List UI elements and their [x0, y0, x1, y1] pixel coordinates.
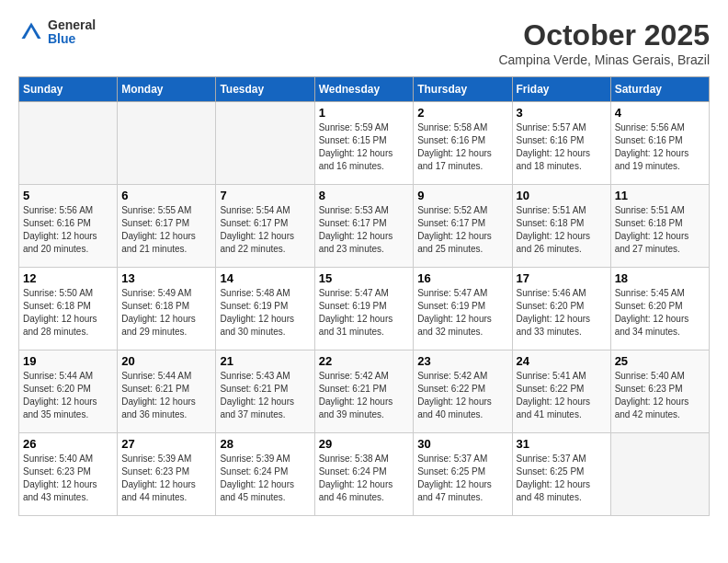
day-number: 23 [417, 354, 507, 368]
calendar-cell: 4Sunrise: 5:56 AM Sunset: 6:16 PM Daylig… [610, 102, 709, 185]
day-number: 7 [220, 189, 310, 202]
calendar-cell: 28Sunrise: 5:39 AM Sunset: 6:24 PM Dayli… [216, 433, 314, 516]
day-number: 27 [121, 437, 211, 451]
day-info: Sunrise: 5:41 AM Sunset: 6:22 PM Dayligh… [517, 370, 607, 421]
day-number: 11 [615, 189, 705, 202]
weekday-header-tuesday: Tuesday [216, 77, 314, 102]
calendar: SundayMondayTuesdayWednesdayThursdayFrid… [18, 76, 710, 516]
day-info: Sunrise: 5:56 AM Sunset: 6:16 PM Dayligh… [23, 204, 113, 256]
week-row-2: 5Sunrise: 5:56 AM Sunset: 6:16 PM Daylig… [19, 185, 710, 268]
day-info: Sunrise: 5:42 AM Sunset: 6:21 PM Dayligh… [319, 370, 410, 421]
day-number: 4 [615, 106, 705, 120]
day-info: Sunrise: 5:44 AM Sunset: 6:20 PM Dayligh… [23, 370, 113, 421]
day-info: Sunrise: 5:45 AM Sunset: 6:20 PM Dayligh… [615, 287, 705, 339]
calendar-cell: 23Sunrise: 5:42 AM Sunset: 6:22 PM Dayli… [414, 350, 512, 433]
day-number: 24 [517, 354, 607, 368]
day-number: 16 [417, 271, 507, 285]
day-info: Sunrise: 5:54 AM Sunset: 6:17 PM Dayligh… [220, 204, 310, 256]
calendar-cell: 6Sunrise: 5:55 AM Sunset: 6:17 PM Daylig… [118, 185, 216, 268]
calendar-cell: 1Sunrise: 5:59 AM Sunset: 6:15 PM Daylig… [314, 102, 414, 185]
weekday-header-sunday: Sunday [19, 77, 118, 102]
day-info: Sunrise: 5:37 AM Sunset: 6:25 PM Dayligh… [517, 453, 607, 504]
week-row-5: 26Sunrise: 5:40 AM Sunset: 6:23 PM Dayli… [19, 433, 710, 516]
day-info: Sunrise: 5:40 AM Sunset: 6:23 PM Dayligh… [615, 370, 705, 421]
weekday-header-friday: Friday [512, 77, 610, 102]
calendar-cell: 12Sunrise: 5:50 AM Sunset: 6:18 PM Dayli… [19, 268, 118, 350]
day-info: Sunrise: 5:51 AM Sunset: 6:18 PM Dayligh… [517, 204, 607, 256]
day-number: 30 [417, 437, 507, 451]
weekday-header-saturday: Saturday [610, 77, 709, 102]
calendar-cell [216, 102, 314, 185]
day-number: 8 [319, 189, 410, 202]
calendar-cell [610, 433, 709, 516]
calendar-cell: 18Sunrise: 5:45 AM Sunset: 6:20 PM Dayli… [610, 268, 709, 350]
day-info: Sunrise: 5:49 AM Sunset: 6:18 PM Dayligh… [121, 287, 211, 339]
calendar-cell: 7Sunrise: 5:54 AM Sunset: 6:17 PM Daylig… [216, 185, 314, 268]
calendar-cell: 3Sunrise: 5:57 AM Sunset: 6:16 PM Daylig… [512, 102, 610, 185]
calendar-cell: 24Sunrise: 5:41 AM Sunset: 6:22 PM Dayli… [512, 350, 610, 433]
calendar-cell [19, 102, 118, 185]
day-info: Sunrise: 5:48 AM Sunset: 6:19 PM Dayligh… [220, 287, 310, 339]
calendar-cell [118, 102, 216, 185]
day-info: Sunrise: 5:52 AM Sunset: 6:17 PM Dayligh… [417, 204, 507, 256]
day-number: 10 [517, 189, 607, 202]
day-number: 12 [23, 271, 113, 285]
calendar-cell: 14Sunrise: 5:48 AM Sunset: 6:19 PM Dayli… [216, 268, 314, 350]
weekday-header-thursday: Thursday [414, 77, 512, 102]
calendar-cell: 25Sunrise: 5:40 AM Sunset: 6:23 PM Dayli… [610, 350, 709, 433]
logo-icon [18, 19, 44, 45]
calendar-cell: 10Sunrise: 5:51 AM Sunset: 6:18 PM Dayli… [512, 185, 610, 268]
calendar-cell: 31Sunrise: 5:37 AM Sunset: 6:25 PM Dayli… [512, 433, 610, 516]
day-number: 13 [121, 271, 211, 285]
day-info: Sunrise: 5:38 AM Sunset: 6:24 PM Dayligh… [319, 453, 410, 504]
day-number: 20 [121, 354, 211, 368]
day-number: 25 [615, 354, 705, 368]
day-info: Sunrise: 5:40 AM Sunset: 6:23 PM Dayligh… [23, 453, 113, 504]
calendar-cell: 30Sunrise: 5:37 AM Sunset: 6:25 PM Dayli… [414, 433, 512, 516]
calendar-cell: 17Sunrise: 5:46 AM Sunset: 6:20 PM Dayli… [512, 268, 610, 350]
day-number: 5 [23, 189, 113, 202]
calendar-cell: 16Sunrise: 5:47 AM Sunset: 6:19 PM Dayli… [414, 268, 512, 350]
day-number: 1 [319, 106, 410, 120]
day-number: 19 [23, 354, 113, 368]
location: Campina Verde, Minas Gerais, Brazil [498, 52, 710, 67]
week-row-3: 12Sunrise: 5:50 AM Sunset: 6:18 PM Dayli… [19, 268, 710, 350]
day-info: Sunrise: 5:42 AM Sunset: 6:22 PM Dayligh… [417, 370, 507, 421]
week-row-1: 1Sunrise: 5:59 AM Sunset: 6:15 PM Daylig… [19, 102, 710, 185]
day-info: Sunrise: 5:57 AM Sunset: 6:16 PM Dayligh… [517, 121, 607, 173]
calendar-cell: 22Sunrise: 5:42 AM Sunset: 6:21 PM Dayli… [314, 350, 414, 433]
calendar-cell: 26Sunrise: 5:40 AM Sunset: 6:23 PM Dayli… [19, 433, 118, 516]
day-info: Sunrise: 5:39 AM Sunset: 6:23 PM Dayligh… [121, 453, 211, 504]
day-info: Sunrise: 5:47 AM Sunset: 6:19 PM Dayligh… [417, 287, 507, 339]
calendar-cell: 11Sunrise: 5:51 AM Sunset: 6:18 PM Dayli… [610, 185, 709, 268]
day-number: 3 [517, 106, 607, 120]
month-title: October 2025 [498, 18, 710, 52]
weekday-header-row: SundayMondayTuesdayWednesdayThursdayFrid… [19, 77, 710, 102]
calendar-cell: 13Sunrise: 5:49 AM Sunset: 6:18 PM Dayli… [118, 268, 216, 350]
calendar-cell: 8Sunrise: 5:53 AM Sunset: 6:17 PM Daylig… [314, 185, 414, 268]
day-info: Sunrise: 5:47 AM Sunset: 6:19 PM Dayligh… [319, 287, 410, 339]
logo: General Blue [18, 18, 96, 47]
calendar-cell: 21Sunrise: 5:43 AM Sunset: 6:21 PM Dayli… [216, 350, 314, 433]
calendar-cell: 15Sunrise: 5:47 AM Sunset: 6:19 PM Dayli… [314, 268, 414, 350]
calendar-cell: 29Sunrise: 5:38 AM Sunset: 6:24 PM Dayli… [314, 433, 414, 516]
title-area: October 2025 Campina Verde, Minas Gerais… [498, 18, 710, 67]
day-info: Sunrise: 5:58 AM Sunset: 6:16 PM Dayligh… [417, 121, 507, 173]
day-info: Sunrise: 5:53 AM Sunset: 6:17 PM Dayligh… [319, 204, 410, 256]
day-number: 21 [220, 354, 310, 368]
day-number: 17 [517, 271, 607, 285]
weekday-header-monday: Monday [118, 77, 216, 102]
day-info: Sunrise: 5:43 AM Sunset: 6:21 PM Dayligh… [220, 370, 310, 421]
logo-blue-text: Blue [48, 32, 96, 46]
day-number: 31 [517, 437, 607, 451]
calendar-cell: 2Sunrise: 5:58 AM Sunset: 6:16 PM Daylig… [414, 102, 512, 185]
day-info: Sunrise: 5:37 AM Sunset: 6:25 PM Dayligh… [417, 453, 507, 504]
day-number: 14 [220, 271, 310, 285]
day-number: 26 [23, 437, 113, 451]
calendar-cell: 19Sunrise: 5:44 AM Sunset: 6:20 PM Dayli… [19, 350, 118, 433]
day-number: 18 [615, 271, 705, 285]
day-number: 22 [319, 354, 410, 368]
day-info: Sunrise: 5:46 AM Sunset: 6:20 PM Dayligh… [517, 287, 607, 339]
calendar-cell: 20Sunrise: 5:44 AM Sunset: 6:21 PM Dayli… [118, 350, 216, 433]
day-number: 9 [417, 189, 507, 202]
